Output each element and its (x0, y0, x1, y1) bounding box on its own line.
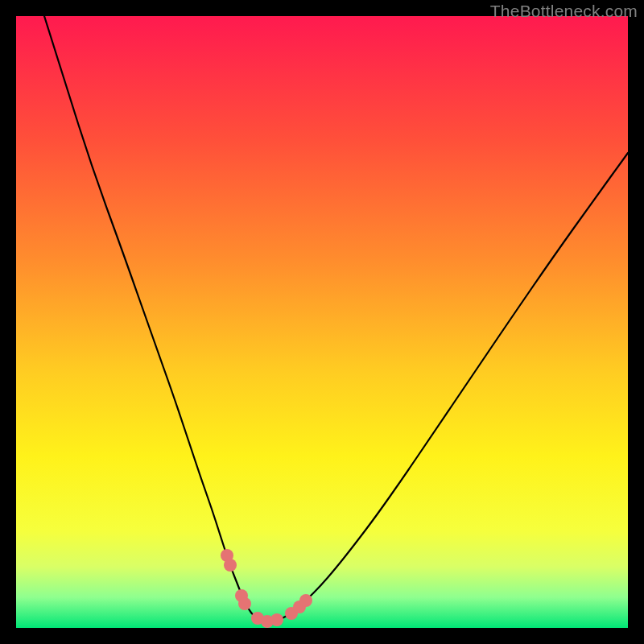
marker-dot (270, 613, 283, 626)
marker-dot (238, 597, 251, 610)
marker-dot (299, 594, 312, 607)
bottleneck-chart (16, 16, 628, 628)
chart-frame (16, 16, 628, 628)
marker-dot (224, 559, 237, 572)
gradient-background (16, 16, 628, 628)
